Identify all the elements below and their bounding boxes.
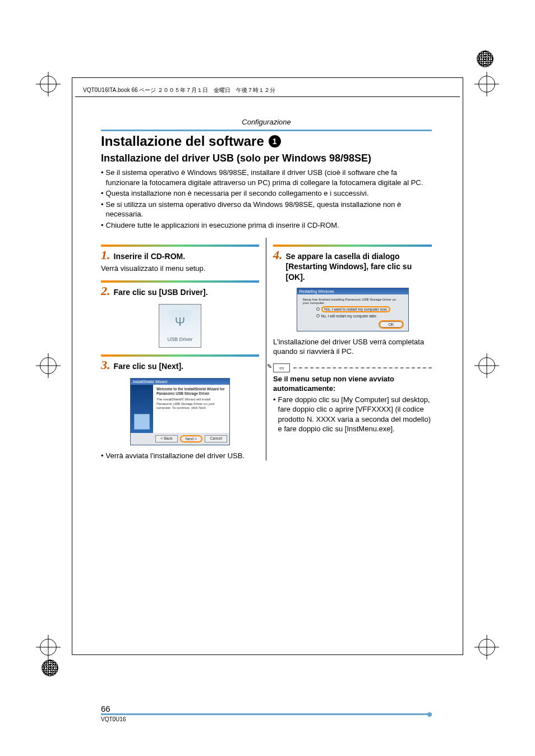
note-icon: ▭ bbox=[273, 363, 290, 372]
cancel-button[interactable]: Cancel bbox=[205, 435, 227, 442]
restart-opt-no[interactable]: No, I will restart my computer later. bbox=[316, 314, 403, 318]
bullet-icon bbox=[101, 188, 104, 199]
intro-bullet: Questa installazione non è necessaria pe… bbox=[101, 188, 432, 199]
intro-text: Chiudere tutte le applicazioni in esecuz… bbox=[106, 220, 339, 231]
wizard-footer: < Back Next > Cancel bbox=[131, 433, 229, 445]
step-1: 1 Inserire il CD-ROM. bbox=[101, 248, 259, 262]
page-number: 66 bbox=[101, 704, 432, 713]
book-header: VQT0U16ITA.book 66 ページ ２００５年７月１日 金曜日 午後７… bbox=[83, 86, 275, 94]
wizard-desc: The InstallShield® Wizard will install P… bbox=[156, 398, 215, 409]
page-footer: 66 VQT0U16 bbox=[101, 704, 432, 722]
registration-mark-icon bbox=[474, 353, 499, 378]
intro-bullet: Chiudere tutte le applicazioni in esecuz… bbox=[101, 220, 432, 231]
page-code: VQT0U16 bbox=[101, 716, 432, 722]
wizard-heading: Welcome to the InstallShield Wizard for … bbox=[156, 387, 226, 396]
radio-label: Yes, I want to restart my computer now. bbox=[321, 306, 391, 312]
restart-dialog-figure: Restarting Windows Setup has finished in… bbox=[297, 288, 409, 331]
footer-dot-icon bbox=[427, 712, 432, 717]
step-number: 3 bbox=[101, 358, 110, 372]
radio-label: No, I will restart my computer later. bbox=[321, 314, 377, 318]
intro-bullets: Se il sistema operativo è Windows 98/98S… bbox=[101, 168, 432, 230]
usb-label: USB Driver bbox=[167, 336, 192, 342]
section-label: Configurazione bbox=[101, 118, 432, 126]
registration-mark-icon bbox=[474, 72, 499, 96]
step-title: Fare clic su [USB Driver]. bbox=[114, 287, 208, 297]
footer-rule bbox=[101, 713, 432, 715]
bullet-icon bbox=[101, 168, 104, 187]
step-number: 2 bbox=[101, 284, 110, 298]
sub-title: Installazione del driver USB (solo per W… bbox=[101, 153, 432, 164]
note-block: ▭ Se il menu setup non viene avviato aut… bbox=[273, 363, 432, 434]
radio-icon bbox=[316, 307, 320, 311]
next-button[interactable]: Next > bbox=[180, 435, 202, 442]
step-body: Verrà visualizzato il menu setup. bbox=[101, 264, 259, 274]
right-column: 4 Se appare la casella di dialogo [Resta… bbox=[266, 238, 432, 460]
step-3: 3 Fare clic su [Next]. bbox=[101, 358, 259, 372]
bullet-icon bbox=[101, 220, 104, 231]
step-number: 4 bbox=[273, 248, 283, 262]
step-title: Fare clic su [Next]. bbox=[114, 361, 184, 371]
globe-mark-icon bbox=[477, 50, 494, 67]
note-bullet: Fare doppio clic su [My Computer] sul de… bbox=[273, 395, 432, 434]
usb-icon: Ψ bbox=[169, 310, 191, 334]
radio-icon bbox=[316, 314, 320, 317]
registration-mark-icon bbox=[36, 635, 61, 660]
step-bar-icon bbox=[101, 280, 259, 283]
two-column-layout: 1 Inserire il CD-ROM. Verrà visualizzato… bbox=[101, 238, 432, 460]
page-content: Configurazione Installazione del softwar… bbox=[101, 118, 432, 460]
bullet-icon bbox=[101, 200, 104, 219]
note-divider: ▭ bbox=[273, 363, 432, 372]
header-rule bbox=[75, 96, 460, 97]
back-button[interactable]: < Back bbox=[155, 435, 178, 442]
wizard-text: Welcome to the InstallShield Wizard for … bbox=[153, 385, 229, 433]
wizard-body: Welcome to the InstallShield Wizard for … bbox=[131, 385, 229, 433]
step-title: Se appare la casella di dialogo [Restart… bbox=[286, 251, 432, 282]
step4-after: L'installazione del driver USB verrà com… bbox=[273, 337, 432, 357]
note-text: Fare doppio clic su [My Computer] sul de… bbox=[278, 395, 432, 434]
step-bar-icon bbox=[101, 354, 259, 357]
wizard-titlebar: InstallShield Wizard bbox=[131, 379, 229, 385]
restart-msg: Setup has finished installing Panasonic … bbox=[303, 298, 403, 305]
main-title: Installazione del software bbox=[101, 133, 264, 149]
intro-bullet: Se il sistema operativo è Windows 98/98S… bbox=[101, 168, 432, 187]
step-4: 4 Se appare la casella di dialogo [Resta… bbox=[273, 248, 432, 282]
registration-mark-icon bbox=[36, 72, 61, 96]
usb-driver-figure: Ψ USB Driver bbox=[159, 304, 201, 348]
note-heading: Se il menu setup non viene avviato autom… bbox=[273, 375, 432, 394]
intro-text: Questa installazione non è necessaria pe… bbox=[106, 188, 369, 199]
step-number: 1 bbox=[101, 248, 110, 262]
globe-mark-icon bbox=[41, 660, 58, 676]
registration-mark-icon bbox=[474, 635, 499, 660]
wizard-side-graphic bbox=[131, 385, 153, 433]
bullet-icon bbox=[101, 451, 104, 461]
ok-wrap: OK bbox=[303, 321, 403, 328]
restart-body: Setup has finished installing Panasonic … bbox=[297, 294, 408, 331]
ok-button[interactable]: OK bbox=[380, 321, 402, 328]
step-2: 2 Fare clic su [USB Driver]. bbox=[101, 284, 259, 298]
intro-text: Se si utilizza un sistema operativo dive… bbox=[106, 200, 432, 219]
install-wizard-figure: InstallShield Wizard Welcome to the Inst… bbox=[130, 378, 230, 445]
step-bar-icon bbox=[273, 245, 432, 247]
left-column: 1 Inserire il CD-ROM. Verrà visualizzato… bbox=[101, 238, 266, 460]
restart-titlebar: Restarting Windows bbox=[297, 288, 408, 294]
step-bar-icon bbox=[101, 245, 259, 247]
intro-text: Se il sistema operativo è Windows 98/98S… bbox=[106, 168, 432, 187]
title-badge-icon: 1 bbox=[269, 135, 281, 147]
step3-after: Verrà avviata l'installazione del driver… bbox=[101, 451, 259, 461]
restart-opt-yes[interactable]: Yes, I want to restart my computer now. bbox=[316, 306, 403, 312]
intro-bullet: Se si utilizza un sistema operativo dive… bbox=[101, 200, 432, 219]
title-row: Installazione del software 1 bbox=[101, 130, 432, 149]
bullet-icon bbox=[273, 395, 276, 434]
registration-mark-icon bbox=[36, 353, 61, 378]
step3-after-text: Verrà avviata l'installazione del driver… bbox=[106, 451, 245, 461]
dashes-icon bbox=[293, 367, 432, 368]
step-title: Inserire il CD-ROM. bbox=[114, 251, 186, 261]
